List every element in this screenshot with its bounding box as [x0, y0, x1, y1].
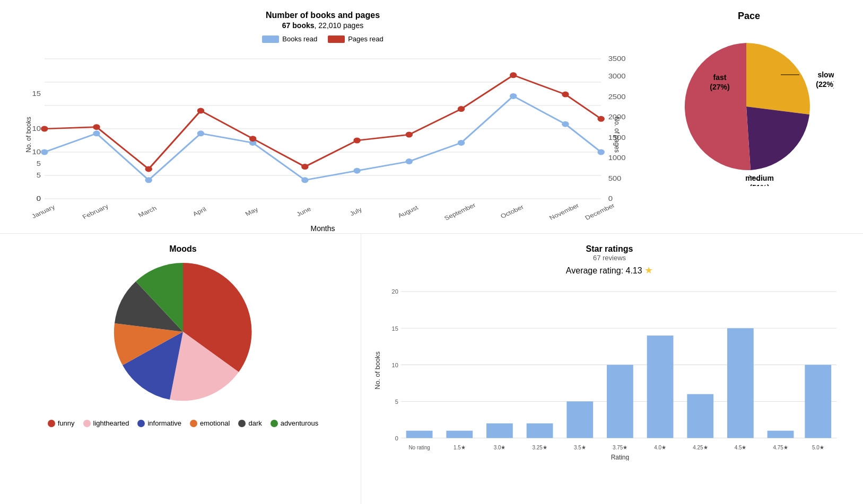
pace-slow-segment — [746, 107, 809, 170]
svg-text:3.75★: 3.75★ — [613, 444, 627, 450]
svg-text:July: July — [348, 206, 364, 217]
mood-emotional-label: emotional — [200, 419, 230, 427]
svg-point-32 — [562, 92, 569, 98]
mood-informative-label: informative — [147, 419, 181, 427]
bottom-section: Moods — [0, 233, 863, 504]
books-pages-chart: Number of books and pages 67 books, 22,0… — [0, 0, 640, 233]
moods-chart: Moods — [0, 234, 361, 504]
pace-chart: Pace — [640, 0, 863, 233]
pace-slow-label: slow — [817, 70, 834, 79]
legend-pages-label: Pages read — [348, 35, 383, 43]
bar-4-25 — [687, 394, 713, 438]
svg-point-10 — [41, 149, 48, 155]
ratings-subtitle: 67 reviews — [372, 254, 847, 262]
mood-emotional-dot — [190, 420, 197, 427]
svg-text:March: March — [137, 205, 158, 218]
mood-lighthearted-label: lighthearted — [93, 419, 129, 427]
svg-text:5: 5 — [395, 398, 398, 404]
svg-text:4.5★: 4.5★ — [735, 444, 747, 450]
line-chart-svg: 0 5 10 — [16, 47, 630, 222]
axis-bottom-label: Months — [16, 224, 630, 233]
svg-text:3500: 3500 — [608, 56, 626, 63]
pace-pie-svg: fast (27%) slow (22%) medium (51%) — [664, 27, 834, 186]
pace-pie-container: fast (27%) slow (22%) medium (51%) — [646, 27, 852, 186]
avg-rating-star: ★ — [644, 265, 653, 276]
pace-slow-pct: (22%) — [816, 80, 834, 89]
svg-text:15: 15 — [392, 325, 398, 331]
mood-lighthearted-legend: lighthearted — [83, 419, 129, 427]
svg-text:1.5★: 1.5★ — [454, 444, 466, 450]
svg-text:4.25★: 4.25★ — [693, 444, 708, 450]
svg-text:4.75★: 4.75★ — [773, 444, 788, 450]
svg-text:5: 5 — [37, 161, 41, 167]
bar-3-0 — [486, 423, 513, 438]
svg-text:3.25★: 3.25★ — [533, 444, 547, 450]
bar-chart-area: 0 5 10 15 20 No. of books — [372, 280, 847, 461]
svg-text:10: 10 — [392, 361, 398, 368]
svg-text:500: 500 — [608, 175, 622, 182]
svg-text:3.5★: 3.5★ — [574, 444, 586, 450]
mood-dark-label: dark — [248, 419, 261, 427]
legend-pages: Pages read — [328, 35, 383, 43]
pace-medium-segment — [685, 43, 751, 170]
svg-point-12 — [145, 177, 152, 183]
bar-no-rating — [406, 431, 433, 438]
svg-text:February: February — [81, 203, 110, 220]
moods-pie-container — [16, 255, 350, 414]
svg-text:May: May — [244, 206, 260, 217]
line-chart-area: No. of books No. of pages 0 5 10 — [16, 47, 630, 222]
page: Number of books and pages 67 books, 22,0… — [0, 0, 863, 504]
svg-text:3000: 3000 — [608, 73, 626, 80]
svg-text:5.0★: 5.0★ — [812, 444, 824, 450]
mood-lighthearted-dot — [83, 420, 91, 427]
svg-text:April: April — [191, 206, 208, 217]
top-section: Number of books and pages 67 books, 22,0… — [0, 0, 863, 233]
svg-point-21 — [597, 149, 604, 155]
svg-point-31 — [510, 72, 517, 78]
svg-text:10: 10 — [32, 149, 41, 156]
books-pages-legend: Books read Pages read — [16, 35, 630, 43]
bar-4-5 — [727, 328, 754, 438]
ratings-title: Star ratings — [372, 244, 847, 254]
svg-point-15 — [301, 177, 308, 183]
svg-text:January: January — [30, 204, 57, 220]
svg-point-29 — [406, 132, 413, 138]
svg-point-18 — [458, 140, 465, 146]
bar-3-25 — [527, 423, 553, 438]
svg-text:0: 0 — [37, 196, 41, 202]
bar-5-0 — [805, 365, 831, 438]
svg-point-20 — [562, 121, 569, 127]
svg-text:June: June — [295, 206, 312, 218]
svg-text:0: 0 — [395, 435, 398, 441]
mood-adventurous-label: adventurous — [281, 419, 319, 427]
mood-adventurous-dot — [271, 420, 278, 427]
svg-point-28 — [353, 138, 360, 144]
svg-text:20: 20 — [392, 288, 398, 295]
bar-3-75 — [607, 365, 633, 438]
svg-text:September: September — [443, 202, 477, 222]
svg-point-24 — [145, 166, 152, 172]
mood-funny-legend: funny — [48, 419, 75, 427]
svg-point-23 — [93, 124, 100, 130]
ratings-title-section: Star ratings 67 reviews — [372, 244, 847, 262]
moods-pie-svg — [82, 250, 284, 419]
legend-books: Books read — [262, 35, 317, 43]
svg-text:December: December — [583, 202, 616, 221]
svg-text:No. of books: No. of books — [374, 351, 381, 390]
bar-1-5 — [446, 431, 473, 438]
svg-text:2500: 2500 — [608, 93, 626, 100]
svg-text:10: 10 — [32, 126, 41, 132]
svg-point-33 — [597, 116, 604, 122]
mood-funny-dot — [48, 420, 55, 427]
pace-title: Pace — [646, 11, 852, 22]
svg-point-30 — [458, 106, 465, 112]
svg-point-17 — [406, 158, 413, 164]
ratings-chart: Star ratings 67 reviews Average rating: … — [361, 234, 863, 504]
books-pages-subtitle: 67 books, 22,010 pages — [16, 21, 630, 30]
svg-text:5: 5 — [37, 172, 41, 179]
svg-text:November: November — [548, 202, 580, 221]
svg-point-11 — [93, 130, 100, 136]
mood-dark-legend: dark — [238, 419, 261, 427]
legend-books-label: Books read — [282, 35, 317, 43]
svg-point-16 — [353, 168, 360, 174]
